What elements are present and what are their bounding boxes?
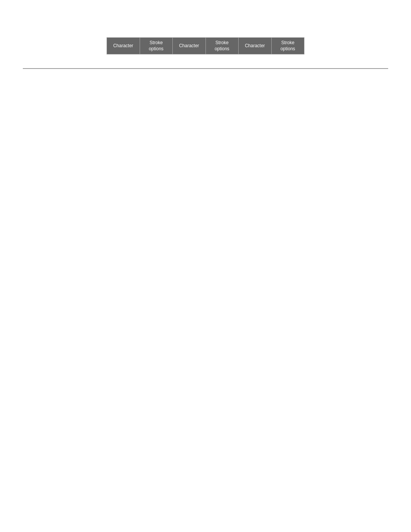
table-wrapper: Character Strokeoptions Character Stroke… xyxy=(23,37,388,54)
col-header-stroke3: Strokeoptions xyxy=(271,38,304,54)
col-header-char3: Character xyxy=(239,38,272,54)
col-header-stroke2: Strokeoptions xyxy=(206,38,239,54)
col-header-stroke1: Strokeoptions xyxy=(140,38,173,54)
col-header-char2: Character xyxy=(173,38,206,54)
page-divider xyxy=(23,68,388,69)
character-table: Character Strokeoptions Character Stroke… xyxy=(107,37,304,54)
col-header-char1: Character xyxy=(107,38,140,54)
